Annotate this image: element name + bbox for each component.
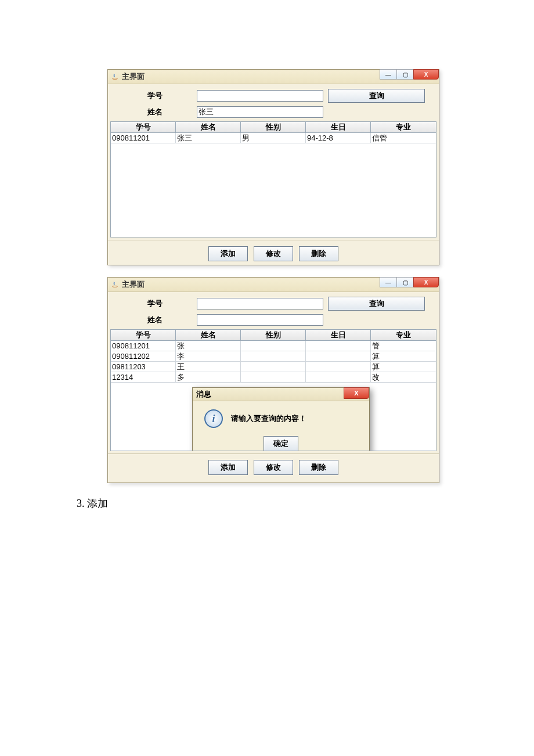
delete-button[interactable]: 删除 [299, 460, 338, 475]
add-button[interactable]: 添加 [208, 460, 248, 475]
th-birth: 生日 [306, 330, 371, 340]
label-name: 姓名 [113, 107, 197, 117]
input-id[interactable] [197, 90, 323, 102]
window-title: 主界面 [122, 279, 145, 290]
window-main-2: 主界面 — ▢ X 学号 查询 姓名 学号 姓名 性别 生日 [107, 277, 439, 483]
input-id[interactable] [197, 298, 323, 309]
java-icon [110, 72, 120, 81]
table-row[interactable]: 090811201张管 [111, 341, 436, 351]
th-sex: 性别 [241, 330, 306, 340]
dialog-ok-button[interactable]: 确定 [264, 436, 298, 451]
data-table[interactable]: 学号 姓名 性别 生日 专业 090811201 张三 男 94-12-8 信管 [110, 121, 436, 237]
section-heading: 3. 添加 [77, 496, 108, 510]
table-row[interactable]: 090811202李算 [111, 351, 436, 362]
edit-button[interactable]: 修改 [254, 460, 293, 475]
maximize-button[interactable]: ▢ [396, 277, 414, 287]
dialog-title: 消息 [196, 389, 211, 399]
close-button[interactable]: X [413, 69, 439, 80]
table-row[interactable]: 12314多改 [111, 372, 436, 383]
dialog-close-button[interactable]: X [344, 387, 369, 399]
window-buttons: — ▢ X [380, 277, 439, 287]
delete-button[interactable]: 删除 [299, 246, 338, 261]
label-id: 学号 [113, 91, 197, 101]
th-name: 姓名 [176, 122, 241, 132]
titlebar[interactable]: 主界面 — ▢ X [108, 70, 439, 84]
th-sex: 性别 [241, 122, 306, 132]
dialog-titlebar[interactable]: 消息 X [193, 388, 369, 401]
label-id: 学号 [113, 298, 197, 309]
svg-point-1 [113, 286, 118, 287]
edit-button[interactable]: 修改 [254, 246, 293, 261]
label-name: 姓名 [113, 315, 197, 325]
data-table[interactable]: 学号 姓名 性别 生日 专业 090811201张管 090811202李算 0… [110, 329, 436, 451]
java-icon [110, 280, 120, 289]
dialog-message: 请输入要查询的内容！ [231, 413, 306, 424]
maximize-button[interactable]: ▢ [396, 69, 414, 80]
th-major: 专业 [371, 330, 436, 340]
message-dialog: 消息 X i 请输入要查询的内容！ 确定 [192, 387, 370, 451]
info-icon: i [204, 409, 223, 428]
window-main-1: 主界面 — ▢ X 学号 查询 姓名 学号 姓名 性别 生日 [107, 69, 439, 265]
th-major: 专业 [371, 122, 436, 132]
close-button[interactable]: X [413, 277, 439, 287]
table-row[interactable]: 090811201 张三 男 94-12-8 信管 [111, 133, 436, 143]
table-row[interactable]: 09811203王算 [111, 362, 436, 372]
input-name[interactable] [197, 314, 323, 326]
query-button[interactable]: 查询 [328, 89, 425, 103]
titlebar[interactable]: 主界面 — ▢ X [108, 278, 439, 292]
window-buttons: — ▢ X [380, 69, 439, 80]
add-button[interactable]: 添加 [208, 246, 248, 261]
minimize-button[interactable]: — [380, 69, 397, 80]
th-name: 姓名 [176, 330, 241, 340]
svg-point-0 [113, 78, 118, 79]
th-id: 学号 [111, 330, 176, 340]
minimize-button[interactable]: — [380, 277, 397, 287]
th-id: 学号 [111, 122, 176, 132]
input-name[interactable] [197, 106, 323, 118]
th-birth: 生日 [306, 122, 371, 132]
window-title: 主界面 [122, 71, 145, 82]
query-button[interactable]: 查询 [328, 297, 425, 311]
